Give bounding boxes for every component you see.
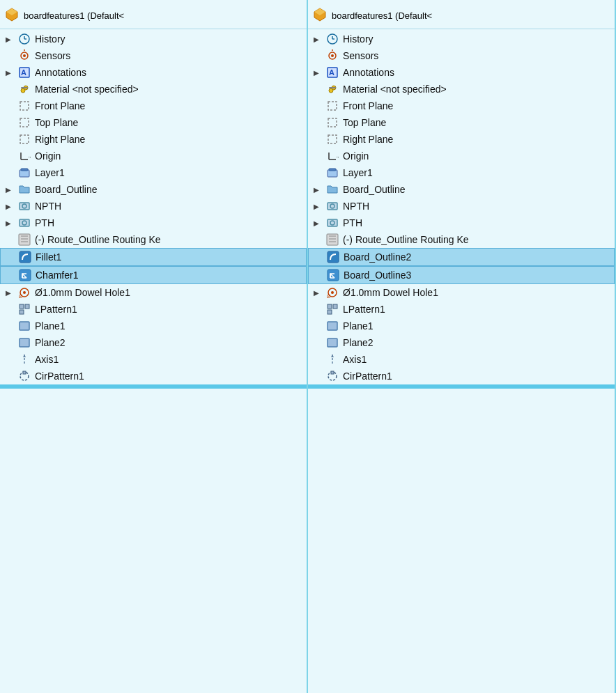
tree-item-annotations[interactable]: ▶AAnnotations — [0, 64, 307, 81]
tree-item-plane1[interactable]: Plane1 — [308, 318, 615, 334]
tree-item-axis1[interactable]: Axis1 — [0, 351, 307, 368]
svg-point-4 — [23, 54, 26, 57]
tree-item-board-outline2[interactable]: Board_Outline2 — [308, 248, 615, 266]
tree-item-plane2[interactable]: Plane2 — [0, 334, 307, 351]
history-icon — [17, 32, 31, 46]
tree-item-lpattern1[interactable]: LPattern1 — [308, 301, 615, 318]
tree-item-right-plane[interactable]: Right Plane — [308, 131, 615, 148]
expand-arrow[interactable]: ▶ — [6, 203, 14, 210]
tree-item-pth[interactable]: ▶PTH — [308, 215, 615, 231]
tree-item-pth[interactable]: ▶PTH — [0, 215, 307, 231]
part-icon — [312, 7, 328, 24]
tree-item-dowel-hole[interactable]: ▶ØØ1.0mm Dowel Hole1 — [0, 284, 307, 301]
svg-rect-11 — [20, 102, 29, 110]
item-label: NPTH — [343, 201, 369, 212]
tree-item-sensors[interactable]: Sensors — [0, 47, 307, 64]
tree-item-plane2[interactable]: Plane2 — [308, 334, 615, 351]
sensors-icon — [17, 49, 31, 63]
tree-item-top-plane[interactable]: Top Plane — [0, 114, 307, 131]
svg-rect-13 — [20, 135, 29, 143]
fillet-icon — [18, 250, 32, 264]
expand-arrow[interactable]: ▶ — [6, 219, 14, 227]
svg-point-33 — [23, 291, 26, 294]
npth-icon — [17, 199, 31, 213]
item-label: Right Plane — [35, 134, 85, 145]
tree-item-board-outline[interactable]: ▶Board_Outline — [308, 181, 615, 198]
tree-item-layer1[interactable]: Layer1 — [308, 164, 615, 181]
svg-text:Ø: Ø — [19, 294, 23, 299]
svg-rect-72 — [328, 270, 339, 281]
plane-icon — [325, 99, 339, 113]
tree-item-plane1[interactable]: Plane1 — [0, 318, 307, 334]
expand-arrow[interactable]: ▶ — [314, 203, 322, 210]
tree-item-front-plane[interactable]: Front Plane — [0, 98, 307, 114]
tree-item-board-outline[interactable]: ▶Board_Outline — [0, 181, 307, 198]
expand-arrow[interactable]: ▶ — [6, 36, 14, 43]
tree-item-origin[interactable]: →Origin — [308, 148, 615, 164]
svg-rect-38 — [20, 322, 29, 330]
item-label: Axis1 — [35, 354, 59, 365]
svg-rect-37 — [20, 310, 24, 314]
expand-arrow[interactable]: ▶ — [314, 289, 322, 297]
plane-icon — [17, 132, 31, 146]
right-tree-panel[interactable]: boardfeatures1 (Default<▶HistorySensors▶… — [308, 0, 616, 693]
item-label: Fillet1 — [36, 251, 61, 263]
tree-item-origin[interactable]: →Origin — [0, 148, 307, 164]
tree-item-dowel-hole[interactable]: ▶ØØ1.0mm Dowel Hole1 — [308, 284, 615, 301]
tree-item-material[interactable]: Material <not specified> — [0, 81, 307, 98]
left-tree-panel[interactable]: boardfeatures1 (Default<▶HistorySensors▶… — [0, 0, 308, 693]
item-label: Origin — [343, 150, 369, 162]
axis-icon — [17, 352, 31, 366]
tree-item-sensors[interactable]: Sensors — [308, 47, 615, 64]
svg-rect-87 — [331, 371, 334, 374]
item-label: CirPattern1 — [343, 371, 392, 382]
expand-arrow[interactable]: ▶ — [314, 69, 322, 77]
panel-bottom-bar — [308, 384, 615, 389]
item-label: Ø1.0mm Dowel Hole1 — [343, 287, 438, 298]
expand-arrow[interactable]: ▶ — [6, 69, 14, 77]
expand-arrow[interactable]: ▶ — [314, 186, 322, 194]
tree-item-history[interactable]: ▶History — [0, 31, 307, 47]
tree-item-route-outline[interactable]: (-) Route_Outline Routing Ke — [0, 231, 307, 248]
item-label: Plane1 — [35, 320, 66, 332]
tree-item-chamfer1[interactable]: Chamfer1 — [0, 266, 307, 284]
item-label: PTH — [35, 217, 54, 228]
tree-item-material[interactable]: Material <not specified> — [308, 81, 615, 98]
svg-rect-18 — [21, 169, 28, 171]
tree-item-front-plane[interactable]: Front Plane — [308, 98, 615, 114]
cirpattern-icon — [17, 369, 31, 383]
expand-arrow[interactable]: ▶ — [6, 289, 14, 297]
svg-rect-10 — [21, 87, 28, 88]
expand-arrow[interactable]: ▶ — [314, 36, 322, 43]
tree-item-right-plane[interactable]: Right Plane — [0, 131, 307, 148]
item-label: Plane1 — [343, 320, 374, 332]
item-label: Sensors — [35, 50, 70, 61]
item-label: Chamfer1 — [36, 270, 78, 281]
tree-item-cirpattern1[interactable]: CirPattern1 — [308, 368, 615, 384]
expand-arrow[interactable]: ▶ — [314, 219, 322, 227]
tree-item-top-plane[interactable]: Top Plane — [308, 114, 615, 131]
item-label: (-) Route_Outline Routing Ke — [343, 234, 469, 245]
layer-icon — [325, 166, 339, 180]
tree-item-board-outline3[interactable]: Board_Outline3 — [308, 266, 615, 284]
svg-rect-43 — [23, 371, 26, 374]
item-label: Board_Outline2 — [344, 251, 411, 263]
pattern-icon — [17, 302, 31, 316]
tree-item-fillet1[interactable]: Fillet1 — [0, 248, 307, 266]
tree-item-axis1[interactable]: Axis1 — [308, 351, 615, 368]
item-label: Material <not specified> — [343, 84, 447, 95]
expand-arrow[interactable]: ▶ — [6, 186, 14, 194]
plane2-icon — [325, 336, 339, 350]
tree-item-npth[interactable]: ▶NPTH — [0, 198, 307, 215]
tree-item-lpattern1[interactable]: LPattern1 — [0, 301, 307, 318]
svg-rect-54 — [329, 87, 336, 88]
tree-item-layer1[interactable]: Layer1 — [0, 164, 307, 181]
tree-item-cirpattern1[interactable]: CirPattern1 — [0, 368, 307, 384]
panel-bottom-bar — [0, 384, 307, 389]
tree-item-history[interactable]: ▶History — [308, 31, 615, 47]
tree-item-route-outline[interactable]: (-) Route_Outline Routing Ke — [308, 231, 615, 248]
svg-rect-56 — [328, 118, 337, 127]
item-label: LPattern1 — [343, 304, 385, 315]
tree-item-annotations[interactable]: ▶AAnnotations — [308, 64, 615, 81]
tree-item-npth[interactable]: ▶NPTH — [308, 198, 615, 215]
